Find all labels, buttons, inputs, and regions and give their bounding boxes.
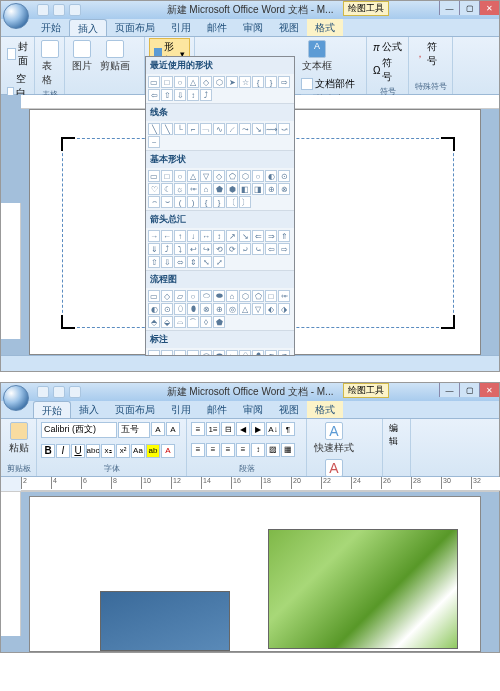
shape-option[interactable]: ⬬ <box>213 290 225 302</box>
sort-button[interactable]: A↓ <box>266 422 280 436</box>
shape-option[interactable]: ▭ <box>148 170 160 182</box>
shape-option[interactable]: ◇ <box>200 76 212 88</box>
shape-option[interactable]: ⤵ <box>174 243 186 255</box>
tab-view[interactable]: 视图 <box>271 19 307 36</box>
tab-layout[interactable]: 页面布局 <box>107 19 163 36</box>
shape-option[interactable]: ▽ <box>200 170 212 182</box>
shape-option[interactable]: ⬰ <box>226 350 238 356</box>
minimize-button[interactable]: — <box>439 383 459 397</box>
page-2[interactable] <box>29 496 481 652</box>
shape-option[interactable]: ⇨ <box>278 76 290 88</box>
shape-option[interactable]: ○ <box>187 350 199 356</box>
shape-option[interactable]: ♡ <box>148 183 160 195</box>
shape-option[interactable]: ⟋ <box>226 123 238 135</box>
symbol-button[interactable]: Ω符号 <box>371 55 404 85</box>
shape-option[interactable]: □ <box>265 290 277 302</box>
shrink-font-button[interactable]: A <box>166 422 180 436</box>
edit-button[interactable]: 编辑 <box>387 421 406 449</box>
paste-button[interactable]: 粘贴 <box>5 421 32 456</box>
shape-option[interactable]: ⬡ <box>239 290 251 302</box>
cover-page-button[interactable]: 封面 <box>5 39 33 69</box>
shape-option[interactable]: ⇨ <box>278 243 290 255</box>
shape-option[interactable]: ⟲ <box>213 243 225 255</box>
tab-review[interactable]: 审阅 <box>235 401 271 418</box>
shape-option[interactable]: ⇩ <box>174 89 186 101</box>
highlight-button[interactable]: ab <box>146 444 160 458</box>
special-symbol-button[interactable]: ，符号 <box>413 39 448 69</box>
shape-option[interactable]: ◨ <box>252 183 264 195</box>
shape-option[interactable]: ○ <box>187 290 199 302</box>
shape-option[interactable]: ⇓ <box>148 243 160 255</box>
tab-home[interactable]: 开始 <box>33 401 71 418</box>
borders-button[interactable]: ▦ <box>281 443 295 457</box>
shape-option[interactable]: ▭ <box>148 290 160 302</box>
shape-option[interactable]: ⇧ <box>148 256 160 268</box>
shape-option[interactable]: ⬠ <box>226 170 238 182</box>
case-button[interactable]: Aa <box>131 444 145 458</box>
shape-option[interactable]: ⬭ <box>200 350 212 356</box>
shape-option[interactable]: ⌣ <box>161 196 173 208</box>
shape-option[interactable]: ╲ <box>148 123 160 135</box>
shape-option[interactable]: ⇦ <box>265 243 277 255</box>
shape-option[interactable]: ⤡ <box>200 256 212 268</box>
shape-option[interactable]: { <box>200 196 212 208</box>
tab-review[interactable]: 审阅 <box>235 19 271 36</box>
shape-option[interactable]: { <box>252 76 264 88</box>
shape-option[interactable]: ○ <box>174 76 186 88</box>
save-icon[interactable] <box>37 4 49 16</box>
justify-button[interactable]: ≡ <box>236 443 250 457</box>
tab-layout[interactable]: 页面布局 <box>107 401 163 418</box>
maximize-button[interactable]: ▢ <box>459 1 479 15</box>
shape-option[interactable]: 〔 <box>226 196 238 208</box>
font-size-combo[interactable]: 五号 <box>118 422 150 438</box>
shape-option[interactable]: 〕 <box>239 196 251 208</box>
align-right-button[interactable]: ≡ <box>221 443 235 457</box>
shape-option[interactable]: □ <box>161 170 173 182</box>
table-button[interactable]: 表格 <box>39 39 60 88</box>
shape-option[interactable]: ↩ <box>187 243 199 255</box>
shape-option[interactable]: ⬘ <box>148 316 160 328</box>
shape-option[interactable]: ⊗ <box>200 303 212 315</box>
shape-option[interactable]: ◐ <box>148 303 160 315</box>
shape-option[interactable]: ⟿ <box>265 123 277 135</box>
shape-option[interactable]: ◧ <box>239 183 251 195</box>
tab-insert[interactable]: 插入 <box>71 401 107 418</box>
shape-option[interactable]: └ <box>174 123 186 135</box>
horizontal-ruler-2[interactable]: 24681012141618202224262830323436384042 <box>21 477 500 491</box>
shape-option[interactable]: ↕ <box>213 230 225 242</box>
shape-option[interactable]: ⤾ <box>239 243 251 255</box>
shape-option[interactable]: ⊙ <box>161 303 173 315</box>
shape-option[interactable]: ⌐ <box>187 123 199 135</box>
shape-option[interactable]: ⬖ <box>265 303 277 315</box>
picture-button[interactable]: 图片 <box>69 39 95 74</box>
shape-option[interactable]: ⇦ <box>148 89 160 101</box>
maximize-button[interactable]: ▢ <box>459 383 479 397</box>
shape-option[interactable]: ↑ <box>174 230 186 242</box>
shape-option[interactable]: ▽ <box>252 303 264 315</box>
shape-option[interactable]: ⟳ <box>226 243 238 255</box>
shape-option[interactable]: ⤴ <box>200 89 212 101</box>
shape-option[interactable]: ) <box>187 196 199 208</box>
shape-option[interactable]: ╲ <box>161 123 173 135</box>
bullets-button[interactable]: ≡ <box>191 422 205 436</box>
redo-icon[interactable] <box>69 386 81 398</box>
shape-option[interactable]: ⇑ <box>278 230 290 242</box>
shape-option[interactable]: ▭ <box>161 350 173 356</box>
font-color-button[interactable]: A <box>161 444 175 458</box>
grow-font-button[interactable]: A <box>151 422 165 436</box>
close-button[interactable]: ✕ <box>479 1 499 15</box>
shape-option[interactable]: ⇒ <box>265 230 277 242</box>
font-name-combo[interactable]: Calibri (西文) <box>41 422 117 438</box>
shape-option[interactable]: ⌓ <box>174 316 186 328</box>
shape-option[interactable]: ⬡ <box>213 76 225 88</box>
align-left-button[interactable]: ≡ <box>191 443 205 457</box>
minimize-button[interactable]: — <box>439 1 459 15</box>
shape-option[interactable]: ⬢ <box>226 183 238 195</box>
shape-option[interactable]: ☼ <box>174 183 186 195</box>
shape-option[interactable]: ↘ <box>252 123 264 135</box>
shape-option[interactable]: ⌒ <box>187 316 199 328</box>
vertical-ruler-2[interactable] <box>1 492 21 636</box>
shape-option[interactable]: ⊗ <box>278 183 290 195</box>
shape-option[interactable]: ⌢ <box>148 196 160 208</box>
show-marks-button[interactable]: ¶ <box>281 422 295 436</box>
